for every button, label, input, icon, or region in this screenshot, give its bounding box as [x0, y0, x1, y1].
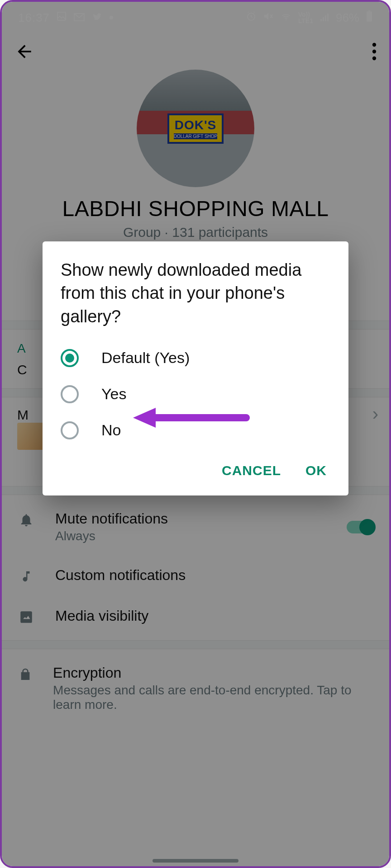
radio-icon: [61, 385, 79, 403]
ok-button[interactable]: OK: [305, 463, 327, 478]
radio-label: No: [101, 421, 121, 439]
svg-marker-15: [133, 408, 156, 428]
dialog-title: Show newly downloaded media from this ch…: [43, 259, 348, 340]
radio-label: Yes: [101, 385, 126, 403]
cancel-button[interactable]: CANCEL: [222, 463, 281, 478]
radio-icon: [61, 421, 79, 439]
radio-icon: [61, 349, 79, 367]
radio-option-default[interactable]: Default (Yes): [43, 340, 348, 376]
media-visibility-dialog: Show newly downloaded media from this ch…: [43, 241, 348, 495]
annotation-arrow: [133, 404, 251, 431]
radio-label: Default (Yes): [101, 349, 190, 367]
